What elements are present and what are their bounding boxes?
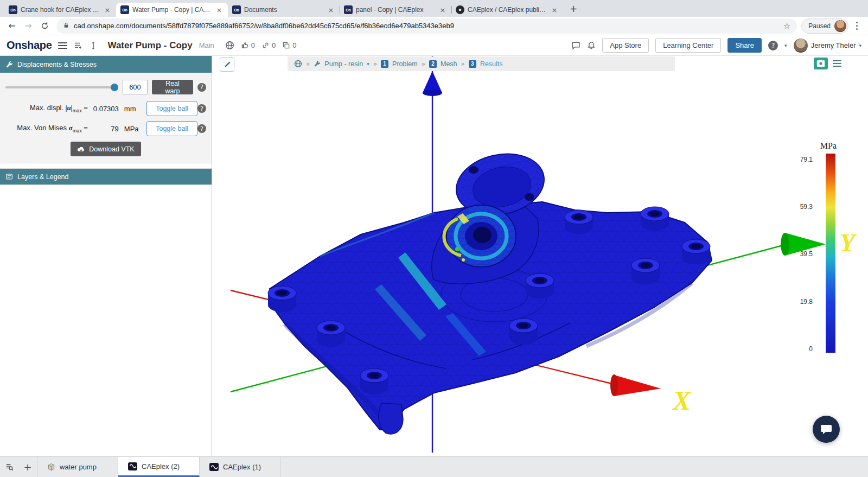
browser-tab-title: CAEplex / CAEplex public project bbox=[468, 6, 547, 14]
hamburger-menu-icon[interactable] bbox=[58, 42, 67, 49]
breadcrumb-step-results[interactable]: Results bbox=[480, 60, 503, 68]
warp-slider[interactable] bbox=[5, 84, 118, 91]
tree-list-icon[interactable] bbox=[74, 41, 82, 50]
share-button[interactable]: Share bbox=[727, 38, 762, 53]
wrench-icon bbox=[314, 60, 321, 67]
user-name: Jeremy Theler bbox=[811, 41, 856, 49]
x-axis-arrow bbox=[610, 374, 661, 396]
browser-tab-strip: On Crane hook for CAEplex | CAEplex × On… bbox=[0, 0, 868, 17]
toggle-ball-displacement-button[interactable]: Toggle ball bbox=[146, 101, 197, 116]
browser-tab-title: Crane hook for CAEplex | CAEplex bbox=[21, 6, 100, 14]
element-tab-caeplex-2[interactable]: CAEplex (2) bbox=[118, 457, 200, 477]
x-axis-label: X bbox=[672, 385, 692, 416]
browser-tab[interactable]: On Documents × bbox=[228, 3, 340, 17]
warp-help-icon[interactable]: ? bbox=[197, 83, 206, 92]
element-tab-caeplex-1[interactable]: CAEplex (1) bbox=[200, 457, 281, 477]
app-store-button[interactable]: App Store bbox=[602, 38, 649, 53]
edit-button[interactable] bbox=[220, 58, 234, 72]
viewport-toolbar bbox=[814, 58, 844, 69]
help-caret-icon[interactable]: ▾ bbox=[784, 43, 787, 48]
warp-factor-input[interactable] bbox=[123, 80, 148, 94]
chevron-down-icon[interactable]: ▾ bbox=[367, 61, 369, 67]
url-bar[interactable]: cad.onshape.com/documents/58ffd7879f075e… bbox=[56, 18, 797, 34]
add-element-button[interactable]: + bbox=[18, 457, 37, 477]
browser-tab-active[interactable]: On Water Pump - Copy | CAEplex × bbox=[116, 3, 228, 17]
part-studio-icon bbox=[47, 463, 55, 471]
warp-slider-handle[interactable] bbox=[111, 84, 118, 91]
browser-tab[interactable]: ● CAEplex / CAEplex public project × bbox=[451, 3, 563, 17]
max-displacement-unit: mm bbox=[119, 105, 140, 113]
browser-tab[interactable]: On Crane hook for CAEplex | CAEplex × bbox=[4, 3, 116, 17]
link-icon bbox=[261, 41, 270, 49]
max-vonmises-label: Max. Von Mises σmax = bbox=[5, 124, 88, 133]
like-count: 0 bbox=[251, 41, 255, 49]
displacement-help-icon[interactable]: ? bbox=[197, 104, 206, 113]
outlet-stub bbox=[379, 403, 403, 434]
copy-count: 0 bbox=[292, 41, 296, 49]
caeplex-panel: Displacements & Stresses Real warp ? Max… bbox=[0, 56, 212, 456]
copies-stat[interactable]: 0 bbox=[282, 41, 296, 49]
workspace-label[interactable]: Main bbox=[199, 41, 214, 49]
breadcrumb-separator: » bbox=[373, 60, 377, 68]
back-icon[interactable]: ← bbox=[4, 18, 20, 34]
colorbar-unit: MPa bbox=[820, 141, 837, 151]
section-displacements-stresses[interactable]: Displacements & Stresses bbox=[0, 56, 212, 73]
element-search-button[interactable] bbox=[0, 457, 18, 477]
viewport[interactable]: X Y » Pump - resin ▾ » 1 Problem » 2 Mes… bbox=[212, 56, 868, 456]
vonmises-help-icon[interactable]: ? bbox=[197, 124, 206, 133]
tab-close-icon[interactable]: × bbox=[103, 5, 112, 14]
bolt-boss bbox=[682, 239, 710, 264]
breadcrumb-separator: » bbox=[306, 60, 310, 68]
user-caret-icon: ▾ bbox=[859, 43, 861, 48]
legend-list-button[interactable] bbox=[831, 58, 844, 69]
document-title: Water Pump - Copy bbox=[107, 40, 192, 51]
bookmark-star-icon[interactable]: ☆ bbox=[783, 21, 790, 31]
chat-icon[interactable] bbox=[571, 41, 580, 50]
links-stat[interactable]: 0 bbox=[261, 41, 276, 49]
screenshot-button[interactable] bbox=[814, 58, 828, 69]
max-displacement-label: Max. displ. |u|max = bbox=[5, 104, 88, 113]
reload-icon[interactable] bbox=[37, 18, 52, 34]
profile-paused-chip[interactable]: Paused bbox=[801, 18, 848, 34]
likes-stat[interactable]: 0 bbox=[241, 41, 255, 49]
warp-row: Real warp ? bbox=[5, 80, 206, 94]
onshape-favicon: On bbox=[232, 5, 241, 14]
help-icon[interactable]: ? bbox=[768, 41, 778, 50]
max-vonmises-unit: MPa bbox=[119, 125, 140, 133]
browser-menu-icon[interactable] bbox=[852, 22, 861, 30]
paused-label: Paused bbox=[808, 22, 831, 30]
colorbar-gradient bbox=[826, 154, 835, 353]
user-menu[interactable]: Jeremy Theler ▾ bbox=[794, 39, 861, 53]
onshape-favicon: On bbox=[120, 5, 129, 14]
tab-close-icon[interactable]: × bbox=[438, 5, 447, 14]
real-warp-button[interactable]: Real warp bbox=[152, 80, 193, 94]
onshape-logo[interactable]: Onshape bbox=[7, 39, 52, 52]
breadcrumb-project[interactable]: Pump - resin bbox=[324, 60, 363, 68]
section-layers-legend[interactable]: Layers & Legend bbox=[0, 168, 212, 185]
chat-widget-button[interactable] bbox=[813, 416, 840, 443]
versions-branch-icon[interactable] bbox=[89, 41, 98, 50]
chat-icon bbox=[820, 423, 833, 436]
copies-icon bbox=[282, 41, 290, 49]
colorbar-tick: 39.5 bbox=[789, 250, 813, 258]
warp-slider-track[interactable] bbox=[5, 86, 118, 88]
element-tab-label: water pump bbox=[60, 463, 97, 471]
bell-icon[interactable] bbox=[587, 41, 596, 50]
globe-icon[interactable] bbox=[225, 41, 234, 50]
learning-center-button[interactable]: Learning Center bbox=[655, 38, 721, 53]
onshape-header: Onshape Water Pump - Copy Main 0 0 0 App… bbox=[0, 35, 868, 56]
tab-close-icon[interactable]: × bbox=[327, 5, 335, 14]
breadcrumb-step-problem[interactable]: Problem bbox=[392, 60, 418, 68]
new-tab-button[interactable]: + bbox=[566, 2, 580, 16]
toggle-ball-vonmises-button[interactable]: Toggle ball bbox=[146, 121, 197, 136]
3d-viewport-canvas[interactable]: X Y bbox=[212, 56, 868, 456]
breadcrumb-step-mesh[interactable]: Mesh bbox=[441, 60, 457, 68]
tab-close-icon[interactable]: × bbox=[215, 5, 224, 14]
browser-tab[interactable]: On panel - Copy | CAEplex × bbox=[340, 3, 451, 17]
download-vtk-button[interactable]: Download VTK bbox=[71, 142, 141, 156]
globe-icon[interactable] bbox=[294, 60, 302, 68]
tab-close-icon[interactable]: × bbox=[550, 5, 559, 14]
element-tab-water-pump[interactable]: water pump bbox=[37, 457, 118, 477]
forward-icon[interactable]: → bbox=[21, 18, 36, 34]
z-axis-arrow bbox=[423, 71, 442, 96]
